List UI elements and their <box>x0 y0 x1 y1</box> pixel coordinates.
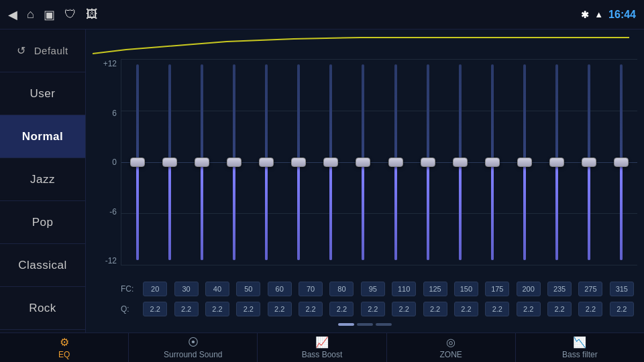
tab-bass-boost[interactable]: 📈 Bass Boost <box>258 333 386 362</box>
home-icon[interactable]: ⌂ <box>27 7 34 21</box>
slider-col-2 <box>201 59 203 265</box>
sidebar-label-classical: Classical <box>18 259 67 272</box>
slider-handle-9[interactable] <box>421 158 435 167</box>
window-icon[interactable]: ▣ <box>44 7 55 22</box>
q-value-2[interactable]: 2.2 <box>205 302 229 316</box>
slider-handle-11[interactable] <box>485 158 500 167</box>
sidebar-label-user: User <box>30 87 56 101</box>
slider-col-12 <box>523 59 526 265</box>
fc-value-10[interactable]: 150 <box>454 282 478 296</box>
q-value-6[interactable]: 2.2 <box>329 302 354 316</box>
slider-track-15[interactable] <box>620 64 623 260</box>
slider-handle-0[interactable] <box>130 158 145 167</box>
sidebar-item-normal[interactable]: Normal <box>0 115 85 158</box>
slider-handle-13[interactable] <box>549 158 564 167</box>
slider-track-8[interactable] <box>394 64 397 260</box>
fc-value-4[interactable]: 60 <box>268 282 292 296</box>
slider-track-4[interactable] <box>265 64 268 260</box>
slider-handle-7[interactable] <box>356 158 370 167</box>
sidebar-item-jazz[interactable]: Jazz <box>0 158 85 201</box>
slider-handle-6[interactable] <box>323 158 338 167</box>
slider-track-1[interactable] <box>168 64 171 260</box>
slider-track-11[interactable] <box>491 64 494 260</box>
slider-track-14[interactable] <box>588 64 590 260</box>
q-value-14[interactable]: 2.2 <box>578 302 602 316</box>
q-value-13[interactable]: 2.2 <box>547 302 572 316</box>
slider-track-10[interactable] <box>459 64 462 260</box>
q-value-12[interactable]: 2.2 <box>517 302 541 316</box>
slider-handle-15[interactable] <box>614 158 629 167</box>
slider-fill-11 <box>491 162 494 260</box>
slider-track-13[interactable] <box>555 64 558 260</box>
sidebar-item-rock[interactable]: Rock <box>0 287 85 330</box>
slider-track-2[interactable] <box>201 64 203 260</box>
slider-track-6[interactable] <box>329 64 332 260</box>
back-icon[interactable]: ◀ <box>8 7 17 22</box>
fc-value-2[interactable]: 40 <box>205 282 229 296</box>
slider-handle-5[interactable] <box>291 158 306 167</box>
tab-zone[interactable]: ◎ ZONE <box>387 333 516 362</box>
top-bar: ◀ ⌂ ▣ 🛡 🖼 ✱ ▲ 16:44 <box>0 0 644 29</box>
fc-value-13[interactable]: 235 <box>547 282 572 296</box>
shield-icon[interactable]: 🛡 <box>64 7 76 21</box>
slider-col-15 <box>620 59 623 265</box>
slider-col-11 <box>491 59 494 265</box>
slider-track-0[interactable] <box>136 64 139 260</box>
sidebar-item-user[interactable]: User <box>0 72 85 115</box>
q-value-5[interactable]: 2.2 <box>299 302 323 316</box>
q-value-7[interactable]: 2.2 <box>361 302 385 316</box>
fc-value-8[interactable]: 110 <box>392 282 416 296</box>
tab-eq[interactable]: ⚙ EQ <box>0 333 129 362</box>
slider-fill-9 <box>427 162 429 260</box>
slider-handle-4[interactable] <box>259 158 274 167</box>
slider-track-3[interactable] <box>233 64 235 260</box>
fc-value-0[interactable]: 20 <box>143 282 167 296</box>
sidebar-item-pop[interactable]: Pop <box>0 201 85 244</box>
label-plus12: +12 <box>103 59 117 68</box>
fc-value-1[interactable]: 30 <box>174 282 199 296</box>
slider-track-12[interactable] <box>523 64 526 260</box>
fc-value-9[interactable]: 125 <box>423 282 447 296</box>
slider-handle-1[interactable] <box>162 158 177 167</box>
q-value-9[interactable]: 2.2 <box>423 302 447 316</box>
q-row: Q: 2.22.22.22.22.22.22.22.22.22.22.22.22… <box>121 300 637 318</box>
tab-surround[interactable]: ⦿ Surround Sound <box>129 333 258 362</box>
scroll-dot-3 <box>376 323 392 326</box>
fc-value-15[interactable]: 315 <box>610 282 634 296</box>
tab-bass-filter[interactable]: 📉 Bass filter <box>516 333 644 362</box>
q-value-1[interactable]: 2.2 <box>174 302 199 316</box>
fc-value-7[interactable]: 95 <box>361 282 385 296</box>
q-value-3[interactable]: 2.2 <box>236 302 260 316</box>
image-icon[interactable]: 🖼 <box>86 7 98 21</box>
sidebar-item-classical[interactable]: Classical <box>0 244 85 287</box>
tab-zone-label: ZONE <box>440 350 462 359</box>
fc-value-14[interactable]: 275 <box>578 282 602 296</box>
slider-handle-8[interactable] <box>388 158 403 167</box>
slider-track-7[interactable] <box>362 64 364 260</box>
sidebar-item-default[interactable]: ↺ Default <box>0 29 85 72</box>
slider-col-8 <box>394 59 397 265</box>
slider-fill-14 <box>588 162 590 260</box>
slider-handle-12[interactable] <box>517 158 532 167</box>
q-value-15[interactable]: 2.2 <box>610 302 634 316</box>
slider-track-9[interactable] <box>427 64 429 260</box>
fc-value-6[interactable]: 80 <box>329 282 354 296</box>
slider-handle-3[interactable] <box>227 158 241 167</box>
top-bar-right: ✱ ▲ 16:44 <box>581 9 636 21</box>
q-value-10[interactable]: 2.2 <box>454 302 478 316</box>
bluetooth-icon: ✱ <box>581 9 589 20</box>
slider-col-10 <box>459 59 462 265</box>
q-value-8[interactable]: 2.2 <box>392 302 416 316</box>
q-value-4[interactable]: 2.2 <box>268 302 292 316</box>
q-value-11[interactable]: 2.2 <box>485 302 509 316</box>
eq-y-labels: +12 6 0 -6 -12 <box>93 59 117 265</box>
slider-handle-14[interactable] <box>582 158 596 167</box>
fc-value-12[interactable]: 200 <box>517 282 541 296</box>
fc-value-5[interactable]: 70 <box>299 282 323 296</box>
q-value-0[interactable]: 2.2 <box>143 302 167 316</box>
fc-value-3[interactable]: 50 <box>236 282 260 296</box>
slider-track-5[interactable] <box>297 64 300 260</box>
slider-handle-2[interactable] <box>195 158 209 167</box>
slider-handle-10[interactable] <box>453 158 468 167</box>
fc-value-11[interactable]: 175 <box>485 282 509 296</box>
